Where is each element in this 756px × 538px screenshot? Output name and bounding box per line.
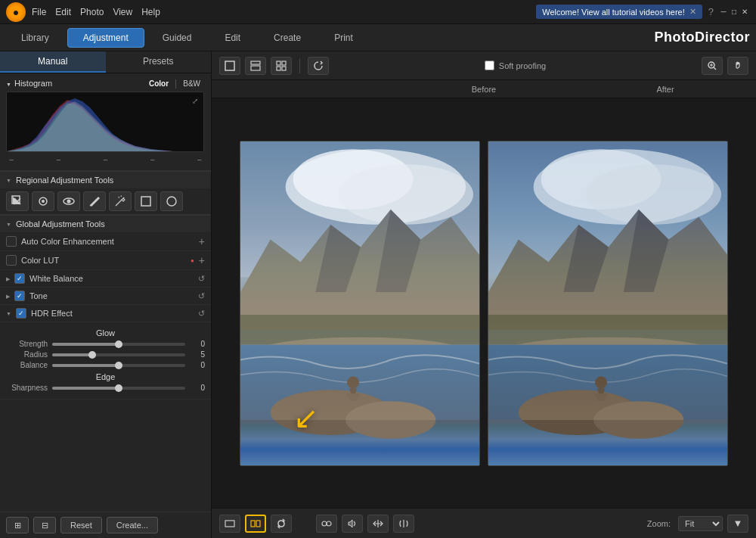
brush-tool[interactable]	[32, 191, 54, 211]
before-photo-image	[240, 141, 479, 465]
toolbar-divider	[299, 58, 300, 73]
histogram-controls: − − − − −	[6, 154, 205, 166]
svg-point-47	[327, 521, 331, 526]
hist-btn-darks[interactable]: −	[56, 155, 60, 164]
balance-row: Balance 0	[6, 361, 205, 369]
tab-edit[interactable]: Edit	[209, 29, 256, 47]
reset-button[interactable]: Reset	[60, 517, 102, 533]
hdr-reset[interactable]: ↺	[198, 309, 205, 319]
hist-btn-highlights[interactable]: −	[197, 155, 202, 164]
strength-fill	[52, 343, 119, 346]
square-select-tool[interactable]	[135, 191, 157, 211]
svg-rect-14	[277, 67, 280, 70]
white-balance-expand[interactable]	[6, 275, 10, 282]
hist-btn-shadows[interactable]: −	[9, 155, 14, 164]
color-lut-row: Color LUT ● +	[0, 251, 211, 270]
svg-point-29	[347, 376, 359, 388]
before-photo-svg	[240, 141, 479, 465]
global-tools-header[interactable]: Global Adjustment Tools	[0, 215, 211, 232]
radius-thumb[interactable]	[88, 351, 96, 359]
eye-tool[interactable]	[57, 191, 80, 211]
sharpness-thumb[interactable]	[115, 384, 122, 392]
global-tools-content: Auto Color Enhancement + Color LUT ● + ✓…	[0, 232, 211, 512]
strength-track[interactable]	[52, 343, 185, 346]
color-lut-dot: ●	[191, 257, 194, 264]
notification-close[interactable]: ✕	[689, 7, 696, 17]
tab-create[interactable]: Create	[259, 29, 316, 47]
tone-reset[interactable]: ↺	[198, 291, 205, 301]
balance-thumb[interactable]	[115, 362, 122, 369]
circle-select-tool[interactable]	[160, 191, 183, 211]
zoom-dropdown-btn[interactable]: ▼	[727, 515, 748, 533]
menu-help[interactable]: Help	[141, 7, 160, 17]
strength-thumb[interactable]	[115, 341, 122, 348]
sharpness-track[interactable]	[52, 387, 185, 390]
hdr-expand[interactable]	[6, 309, 11, 317]
bottom-sound-btn[interactable]	[342, 515, 363, 533]
menu-file[interactable]: File	[32, 7, 46, 17]
wand-tool[interactable]	[109, 191, 132, 211]
crop-tool[interactable]	[6, 191, 29, 211]
view-single-btn[interactable]	[219, 57, 240, 75]
nav-tabs: Library Adjustment Guided Edit Create Pr…	[0, 24, 756, 51]
tab-presets[interactable]: Presets	[106, 51, 212, 73]
bottom-flip-btn[interactable]	[393, 515, 414, 533]
auto-color-plus[interactable]: +	[199, 235, 205, 247]
create-button[interactable]: Create...	[107, 517, 158, 533]
arrow-indicator: ↙	[293, 400, 319, 435]
histogram-collapse-icon[interactable]	[6, 78, 11, 89]
svg-point-41	[593, 401, 683, 439]
color-lut-plus[interactable]: +	[199, 254, 205, 266]
soft-proofing-checkbox[interactable]	[485, 61, 494, 70]
bottom-compare-btn[interactable]	[367, 515, 389, 533]
tab-manual[interactable]: Manual	[0, 51, 106, 73]
bottom-before-after-btn[interactable]	[316, 515, 337, 533]
svg-point-42	[595, 376, 607, 388]
tone-expand[interactable]	[6, 292, 10, 300]
view-grid-btn[interactable]	[271, 57, 292, 75]
close-button[interactable]: ✕	[739, 7, 750, 17]
notification-banner: Welcome! View all tutorial videos here! …	[536, 5, 702, 19]
zoom-select[interactable]: Fit 25% 50% 75% 100%	[678, 516, 723, 531]
soft-proofing-toggle[interactable]: Soft proofing	[485, 61, 546, 70]
menu-view[interactable]: View	[113, 7, 132, 17]
hdr-label: HDR Effect	[31, 309, 194, 318]
panel-copy-btn[interactable]: ⊞	[6, 517, 29, 533]
rotate-btn[interactable]	[308, 57, 329, 75]
notification-text: Welcome! View all tutorial videos here!	[542, 8, 685, 17]
radius-track[interactable]	[52, 353, 185, 356]
help-icon[interactable]: ?	[708, 6, 714, 17]
tab-library[interactable]: Library	[6, 29, 64, 47]
auto-color-checkbox[interactable]	[6, 236, 17, 247]
minimize-button[interactable]: ─	[718, 7, 729, 17]
regional-tools-header[interactable]: Regional Adjustment Tools	[0, 171, 211, 188]
bottom-rotate-view[interactable]	[271, 515, 292, 533]
balance-track[interactable]	[52, 364, 185, 367]
hand-tool[interactable]	[727, 57, 748, 75]
menu-edit[interactable]: Edit	[55, 7, 71, 17]
color-mode-bw[interactable]: B&W	[178, 79, 205, 89]
bottom-single-view[interactable]	[219, 515, 240, 533]
menu-photo[interactable]: Photo	[80, 7, 104, 17]
white-balance-reset[interactable]: ↺	[198, 274, 205, 284]
tab-print[interactable]: Print	[319, 29, 368, 47]
svg-rect-15	[282, 67, 286, 70]
view-landscape-btn[interactable]	[245, 57, 266, 75]
hdr-checkbox[interactable]: ✓	[16, 308, 26, 319]
panel-paste-btn[interactable]: ⊟	[33, 517, 56, 533]
tab-guided[interactable]: Guided	[147, 29, 207, 47]
white-balance-checkbox[interactable]: ✓	[14, 273, 25, 284]
color-lut-checkbox[interactable]	[6, 255, 17, 266]
tone-checkbox[interactable]: ✓	[14, 291, 25, 301]
zoom-tool[interactable]	[702, 57, 723, 75]
tab-adjustment[interactable]: Adjustment	[67, 28, 144, 48]
white-balance-row: ✓ White Balance ↺	[0, 270, 211, 288]
hist-btn-midtones[interactable]: −	[103, 155, 107, 164]
bottom-split-view[interactable]	[245, 515, 266, 533]
tone-label: Tone	[29, 291, 194, 300]
maximize-button[interactable]: □	[729, 7, 739, 17]
pen-tool[interactable]	[83, 191, 106, 211]
color-mode-color[interactable]: Color	[144, 79, 173, 89]
hist-btn-lights[interactable]: −	[150, 155, 154, 164]
sharpness-row: Sharpness 0	[6, 384, 205, 392]
